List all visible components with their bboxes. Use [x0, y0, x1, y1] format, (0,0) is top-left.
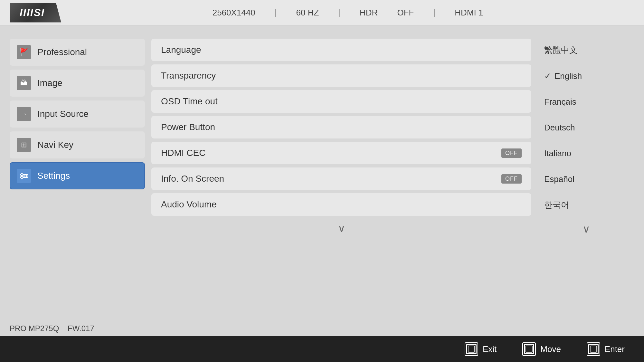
- enter-label: Enter: [605, 344, 625, 354]
- top-bar: IIIISI 2560X1440 | 60 HZ | HDR OFF | HDM…: [0, 0, 644, 26]
- svg-point-4: [25, 175, 27, 177]
- sidebar-item-professional[interactable]: 🚩 Professional: [10, 39, 145, 66]
- lang-option-fr[interactable]: Français: [538, 90, 634, 113]
- middle-column: Language Transparency OSD Time out Power…: [151, 32, 531, 330]
- menu-label-audio-volume: Audio Volume: [161, 199, 217, 210]
- svg-rect-10: [589, 345, 598, 354]
- hdr-value: OFF: [397, 8, 414, 18]
- move-icon: [522, 342, 536, 356]
- professional-icon: 🚩: [17, 45, 31, 59]
- settings-icon: [17, 169, 31, 183]
- image-icon: 🏔: [17, 76, 31, 90]
- action-exit[interactable]: Exit: [465, 342, 497, 356]
- model-info: PRO MP275Q FW.017: [10, 324, 94, 333]
- menu-item-audio-volume[interactable]: Audio Volume: [151, 193, 531, 216]
- menu-label-hdmi-cec: HDMI CEC: [161, 148, 205, 158]
- svg-rect-9: [526, 346, 532, 352]
- move-label: Move: [540, 344, 561, 354]
- lang-label-ko: 한국어: [544, 199, 569, 211]
- checkmark-icon: ✓: [544, 71, 551, 81]
- svg-rect-7: [468, 346, 475, 352]
- menu-item-hdmi-cec[interactable]: HDMI CEC OFF: [151, 142, 531, 164]
- sidebar-item-settings[interactable]: Settings: [10, 162, 145, 189]
- menu-item-osd-timeout[interactable]: OSD Time out: [151, 90, 531, 113]
- menu-label-transparency: Transparency: [161, 71, 216, 81]
- lang-option-tw[interactable]: 繁體中文: [538, 39, 634, 62]
- menu-label-power-button: Power Button: [161, 122, 215, 132]
- input-source-display: HDMI 1: [455, 8, 483, 18]
- input-source-icon: →: [17, 107, 31, 121]
- refresh-rate: 60 HZ: [296, 8, 319, 18]
- svg-point-5: [21, 177, 23, 179]
- svg-point-3: [21, 174, 23, 176]
- model-name: PRO MP275Q: [10, 324, 59, 333]
- sidebar-label-navi-key: Navi Key: [37, 140, 73, 150]
- sidebar-item-image[interactable]: 🏔 Image: [10, 70, 145, 97]
- enter-icon: [587, 342, 600, 356]
- main-content: 🚩 Professional 🏔 Image → Input Source ⊞ …: [0, 26, 644, 336]
- lang-label-en: English: [554, 71, 582, 81]
- menu-label-info-on-screen: Info. On Screen: [161, 174, 224, 184]
- lang-option-en[interactable]: ✓ English: [538, 65, 634, 87]
- exit-label: Exit: [483, 344, 497, 354]
- menu-label-osd-timeout: OSD Time out: [161, 96, 218, 107]
- lang-label-de: Deutsch: [544, 123, 575, 133]
- action-enter[interactable]: Enter: [587, 342, 625, 356]
- menu-item-power-button[interactable]: Power Button: [151, 116, 531, 138]
- hdmi-cec-toggle[interactable]: OFF: [501, 148, 522, 158]
- menu-item-language[interactable]: Language: [151, 39, 531, 61]
- right-scroll-down[interactable]: ∨: [538, 220, 634, 238]
- exit-icon: [465, 342, 478, 356]
- svg-rect-8: [525, 345, 534, 354]
- sidebar-label-image: Image: [37, 78, 62, 88]
- menu-item-info-on-screen[interactable]: Info. On Screen OFF: [151, 167, 531, 190]
- svg-rect-11: [590, 346, 597, 352]
- sidebar-item-input-source[interactable]: → Input Source: [10, 100, 145, 128]
- lang-option-ko[interactable]: 한국어: [538, 194, 634, 216]
- menu-item-transparency[interactable]: Transparency: [151, 64, 531, 87]
- right-column: 繁體中文 ✓ English Français Deutsch Italiano…: [538, 32, 634, 330]
- firmware-version: FW.017: [68, 324, 94, 333]
- sidebar-label-input-source: Input Source: [37, 109, 89, 119]
- top-bar-info: 2560X1440 | 60 HZ | HDR OFF | HDMI 1: [61, 8, 634, 18]
- svg-rect-6: [467, 345, 476, 354]
- navi-key-icon: ⊞: [17, 138, 31, 152]
- lang-label-tw: 繁體中文: [544, 44, 578, 56]
- logo-text: IIIISI: [20, 7, 45, 19]
- lang-label-it: Italiano: [544, 148, 571, 158]
- action-move[interactable]: Move: [522, 342, 561, 356]
- sidebar-label-professional: Professional: [37, 47, 87, 57]
- info-on-screen-toggle[interactable]: OFF: [501, 174, 522, 184]
- resolution: 2560X1440: [213, 8, 255, 18]
- lang-label-es: Español: [544, 174, 574, 184]
- lang-label-fr: Français: [544, 97, 576, 107]
- sidebar: 🚩 Professional 🏔 Image → Input Source ⊞ …: [10, 32, 145, 330]
- lang-option-it[interactable]: Italiano: [538, 142, 634, 165]
- lang-option-es[interactable]: Español: [538, 168, 634, 190]
- hdr-label: HDR: [360, 8, 378, 18]
- sidebar-item-navi-key[interactable]: ⊞ Navi Key: [10, 131, 145, 158]
- menu-label-language: Language: [161, 45, 201, 55]
- msi-logo: IIIISI: [10, 3, 61, 23]
- lang-option-de[interactable]: Deutsch: [538, 116, 634, 139]
- bottom-bar: Exit Move Enter: [0, 336, 644, 362]
- sidebar-label-settings: Settings: [37, 171, 70, 181]
- middle-scroll-down[interactable]: ∨: [151, 219, 531, 238]
